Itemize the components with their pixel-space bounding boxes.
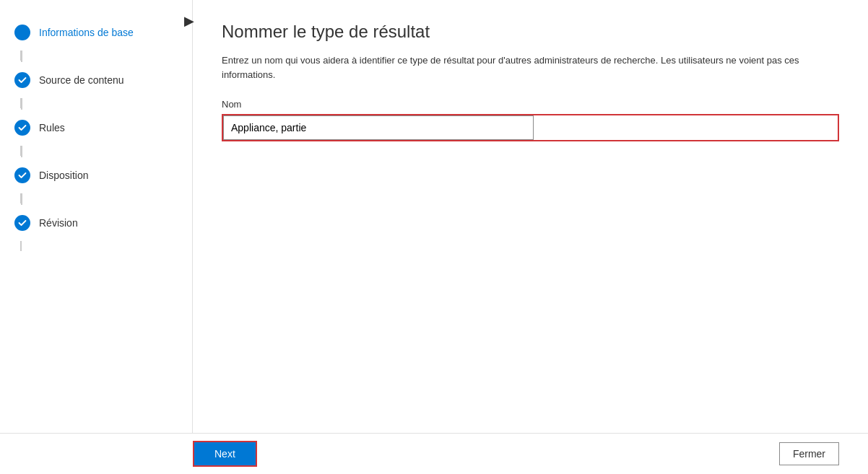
sidebar-label-source: Source de contenu (39, 74, 124, 86)
sidebar-item-rules[interactable]: Rules (0, 110, 192, 146)
sidebar: Informations de base Source de contenu R… (0, 0, 193, 433)
sidebar-label-rules: Rules (39, 122, 65, 133)
step-circle-informations (14, 25, 30, 40)
name-input-wrapper (222, 114, 839, 141)
step-circle-rules (14, 120, 30, 136)
field-label-nom: Nom (222, 99, 839, 110)
step-circle-source (14, 72, 30, 88)
sidebar-item-revision[interactable]: Révision (0, 205, 192, 241)
main-content: Nommer le type de résultat Entrez un nom… (193, 0, 868, 433)
page-title: Nommer le type de résultat (222, 22, 839, 42)
sidebar-label-disposition: Disposition (39, 170, 88, 181)
sidebar-label-informations: Informations de base (39, 27, 134, 38)
sidebar-item-source-de-contenu[interactable]: Source de contenu (0, 62, 192, 98)
next-button[interactable]: Next (193, 441, 257, 467)
name-input[interactable] (223, 115, 534, 140)
step-circle-disposition (14, 167, 30, 183)
footer: Next Fermer (0, 433, 868, 474)
sidebar-item-informations-de-base[interactable]: Informations de base (0, 14, 192, 51)
sidebar-item-disposition[interactable]: Disposition (0, 157, 192, 193)
close-button[interactable]: Fermer (779, 442, 839, 465)
sidebar-label-revision: Révision (39, 217, 78, 229)
description-text: Entrez un nom qui vous aidera à identifi… (222, 53, 814, 82)
step-circle-revision (14, 215, 30, 231)
footer-left: Next (193, 441, 257, 467)
